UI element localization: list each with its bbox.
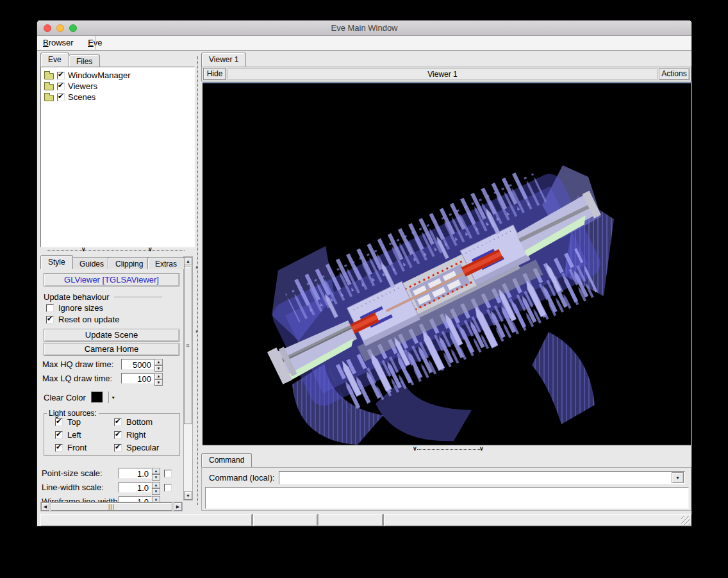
reset-on-update-checkbox[interactable]: [46, 316, 54, 324]
scroll-down-icon: ▼: [186, 493, 190, 498]
light-right-row: Right: [114, 430, 145, 440]
light-top-row: Top: [55, 417, 81, 427]
eve-main-window: Eve Main Window Browser Eve Eve Files Wi…: [37, 20, 692, 527]
zoom-button[interactable]: [69, 24, 77, 32]
tree-style-splitter[interactable]: ∨ ∨: [40, 247, 195, 254]
spinner-up-icon: ▲: [154, 373, 163, 379]
scroll-left-button[interactable]: ◀: [41, 502, 49, 511]
minimize-button[interactable]: [56, 24, 64, 32]
tab-extras[interactable]: Extras: [147, 257, 185, 269]
max-lq-spinner[interactable]: ▲▼: [154, 373, 163, 384]
line-width-spinner[interactable]: ▲▼: [152, 482, 160, 493]
point-size-spinner[interactable]: ▲▼: [152, 468, 160, 479]
light-top-checkbox[interactable]: [55, 418, 63, 426]
light-specular-checkbox[interactable]: [114, 444, 122, 452]
line-width-checkbox[interactable]: [164, 484, 172, 491]
eve-tree-view: WindowManager Viewers Scenes: [40, 67, 195, 247]
tab-files[interactable]: Files: [69, 54, 100, 67]
resize-grip[interactable]: [681, 516, 690, 525]
update-scene-button[interactable]: Update Scene: [44, 329, 179, 342]
ignore-sizes-row: Ignore sizes: [46, 303, 103, 313]
clear-color-dropdown[interactable]: ▼: [108, 392, 118, 403]
command-combobox: ▼: [279, 471, 685, 484]
viewer-header: Hide Viewer 1 Actions: [201, 67, 691, 81]
style-panel: GLViewer [TGLSAViewer] Update behaviour …: [40, 270, 182, 502]
scroll-thumb[interactable]: |||: [51, 502, 172, 511]
command-input[interactable]: [280, 472, 668, 483]
folder-icon: [44, 73, 54, 79]
ignore-sizes-checkbox[interactable]: [46, 304, 54, 312]
scroll-right-icon: ▶: [176, 504, 179, 509]
spinner-down-icon: ▼: [152, 488, 160, 495]
close-button[interactable]: [44, 24, 51, 32]
scroll-down-button[interactable]: ▼: [184, 491, 192, 500]
point-size-checkbox[interactable]: [164, 470, 172, 477]
tab-style[interactable]: Style: [40, 255, 73, 269]
style-hscrollbar[interactable]: ◀ ||| ▶: [40, 502, 183, 511]
dropdown-arrow-icon: ▼: [675, 475, 680, 480]
spinner-down-icon: ▼: [152, 474, 160, 481]
status-section: [384, 514, 691, 526]
scroll-thumb[interactable]: ≡: [184, 267, 192, 424]
status-section: [40, 514, 252, 526]
tree-checkbox[interactable]: [57, 83, 65, 90]
command-output[interactable]: [205, 487, 689, 509]
command-dropdown-button[interactable]: ▼: [672, 472, 684, 483]
actions-button[interactable]: Actions: [659, 68, 690, 80]
wireframe-row: Wireframe line-width 1.0 ▲▼: [42, 496, 160, 502]
tree-item-scenes[interactable]: Scenes: [42, 92, 193, 103]
tab-clipping[interactable]: Clipping: [108, 257, 151, 269]
clear-color-swatch[interactable]: [91, 392, 103, 403]
clear-color-row: Clear Color ▼: [44, 392, 118, 403]
gl-viewport[interactable]: [203, 82, 691, 445]
scroll-up-button[interactable]: ▲: [184, 257, 192, 265]
menu-browser[interactable]: Browser: [37, 36, 79, 51]
line-width-entry[interactable]: 1.0: [119, 482, 152, 493]
light-bottom-checkbox[interactable]: [114, 418, 122, 426]
light-right-checkbox[interactable]: [114, 431, 122, 439]
camera-home-button[interactable]: Camera Home: [44, 343, 179, 356]
tab-eve[interactable]: Eve: [40, 53, 69, 67]
scroll-left-icon: ◀: [44, 504, 47, 509]
max-hq-spinner[interactable]: ▲▼: [154, 359, 163, 370]
max-lq-entry[interactable]: 100: [121, 373, 154, 384]
spinner-up-icon: ▲: [152, 482, 160, 488]
menu-separator: [95, 36, 96, 51]
glviewer-class-button[interactable]: GLViewer [TGLSAViewer]: [44, 273, 179, 286]
title-bar[interactable]: Eve Main Window: [37, 21, 691, 36]
point-size-entry[interactable]: 1.0: [119, 468, 152, 479]
tree-checkbox[interactable]: [57, 94, 65, 101]
light-left-row: Left: [55, 430, 81, 440]
max-hq-row: Max HQ draw time: 5000 ▲▼: [42, 359, 163, 370]
command-panel: Command (local): ▼: [201, 467, 691, 511]
tab-command[interactable]: Command: [201, 453, 252, 467]
light-front-checkbox[interactable]: [55, 444, 63, 452]
scroll-grip-icon: ≡: [186, 342, 190, 349]
menu-bar: Browser Eve: [37, 36, 691, 51]
style-vscrollbar[interactable]: ▲ ≡ ▼: [183, 256, 193, 500]
light-left-checkbox[interactable]: [55, 431, 63, 439]
tree-item-viewers[interactable]: Viewers: [42, 81, 193, 92]
wireframe-entry[interactable]: 1.0: [119, 496, 152, 502]
point-size-row: Point-size scale: 1.0 ▲▼: [42, 468, 172, 479]
tab-guides[interactable]: Guides: [72, 257, 112, 269]
max-hq-entry[interactable]: 5000: [121, 359, 154, 370]
status-bar: [40, 514, 691, 526]
tree-checkbox[interactable]: [57, 72, 65, 79]
window-title: Eve Main Window: [37, 21, 691, 36]
wireframe-spinner[interactable]: ▲▼: [152, 496, 160, 502]
viewer-command-splitter[interactable]: ∨ ∨: [203, 447, 691, 453]
hide-button[interactable]: Hide: [203, 68, 226, 80]
tab-viewer1[interactable]: Viewer 1: [201, 53, 246, 67]
main-vertical-splitter[interactable]: › ›: [195, 53, 201, 513]
folder-icon: [44, 84, 54, 90]
status-section: [318, 514, 383, 526]
scroll-up-icon: ▲: [186, 259, 190, 263]
light-sources-legend: Light sources:: [47, 409, 99, 418]
tree-item-label: Viewers: [68, 81, 97, 91]
light-specular-row: Specular: [114, 443, 159, 452]
scroll-right-button[interactable]: ▶: [174, 502, 182, 511]
tree-item-label: Scenes: [68, 92, 95, 102]
tree-item-windowmanager[interactable]: WindowManager: [42, 70, 193, 81]
viewer-title-bar[interactable]: Viewer 1: [228, 68, 658, 80]
